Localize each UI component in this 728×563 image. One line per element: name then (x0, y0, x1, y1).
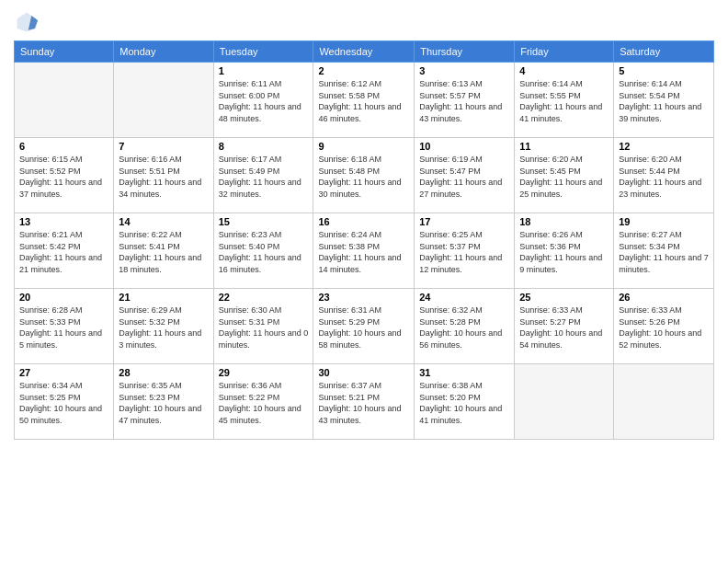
day-number: 23 (318, 292, 409, 303)
day-info: Sunrise: 6:25 AM Sunset: 5:37 PM Dayligh… (419, 229, 509, 275)
header-cell-saturday: Saturday (614, 41, 714, 63)
day-info: Sunrise: 6:13 AM Sunset: 5:57 PM Dayligh… (419, 78, 509, 124)
day-number: 29 (219, 367, 309, 378)
day-number: 21 (119, 292, 208, 303)
day-cell: 14Sunrise: 6:22 AM Sunset: 5:41 PM Dayli… (114, 213, 213, 289)
day-info: Sunrise: 6:14 AM Sunset: 5:55 PM Dayligh… (519, 78, 609, 124)
day-cell: 17Sunrise: 6:25 AM Sunset: 5:37 PM Dayli… (415, 213, 515, 289)
day-cell: 2Sunrise: 6:12 AM Sunset: 5:58 PM Daylig… (313, 63, 415, 138)
day-cell: 4Sunrise: 6:14 AM Sunset: 5:55 PM Daylig… (515, 63, 614, 138)
day-info: Sunrise: 6:33 AM Sunset: 5:26 PM Dayligh… (619, 304, 709, 350)
header-cell-tuesday: Tuesday (213, 41, 313, 63)
day-info: Sunrise: 6:20 AM Sunset: 5:44 PM Dayligh… (619, 154, 709, 200)
day-cell: 13Sunrise: 6:21 AM Sunset: 5:42 PM Dayli… (15, 213, 114, 289)
calendar-header: SundayMondayTuesdayWednesdayThursdayFrid… (15, 41, 714, 63)
day-cell: 15Sunrise: 6:23 AM Sunset: 5:40 PM Dayli… (213, 213, 313, 289)
day-cell: 21Sunrise: 6:29 AM Sunset: 5:32 PM Dayli… (114, 289, 213, 364)
calendar-table: SundayMondayTuesdayWednesdayThursdayFrid… (14, 40, 714, 440)
day-info: Sunrise: 6:32 AM Sunset: 5:28 PM Dayligh… (419, 304, 509, 350)
day-info: Sunrise: 6:20 AM Sunset: 5:45 PM Dayligh… (519, 154, 609, 200)
day-cell: 8Sunrise: 6:17 AM Sunset: 5:49 PM Daylig… (213, 138, 313, 213)
day-info: Sunrise: 6:37 AM Sunset: 5:21 PM Dayligh… (318, 380, 409, 426)
day-cell: 3Sunrise: 6:13 AM Sunset: 5:57 PM Daylig… (415, 63, 515, 138)
day-cell (515, 364, 614, 440)
day-number: 6 (19, 141, 108, 152)
day-cell: 11Sunrise: 6:20 AM Sunset: 5:45 PM Dayli… (515, 138, 614, 213)
day-number: 1 (219, 65, 309, 76)
day-number: 11 (519, 141, 609, 152)
header-row: SundayMondayTuesdayWednesdayThursdayFrid… (15, 41, 714, 63)
day-number: 15 (219, 216, 309, 227)
day-number: 18 (519, 216, 609, 227)
day-number: 5 (619, 65, 709, 76)
week-row-5: 27Sunrise: 6:34 AM Sunset: 5:25 PM Dayli… (15, 364, 714, 440)
day-cell: 31Sunrise: 6:38 AM Sunset: 5:20 PM Dayli… (415, 364, 515, 440)
day-cell: 19Sunrise: 6:27 AM Sunset: 5:34 PM Dayli… (614, 213, 714, 289)
day-number: 24 (419, 292, 509, 303)
day-cell: 1Sunrise: 6:11 AM Sunset: 6:00 PM Daylig… (213, 63, 313, 138)
page: SundayMondayTuesdayWednesdayThursdayFrid… (0, 0, 728, 563)
day-info: Sunrise: 6:31 AM Sunset: 5:29 PM Dayligh… (318, 304, 409, 350)
day-info: Sunrise: 6:22 AM Sunset: 5:41 PM Dayligh… (119, 229, 208, 275)
day-cell: 16Sunrise: 6:24 AM Sunset: 5:38 PM Dayli… (313, 213, 415, 289)
calendar-body: 1Sunrise: 6:11 AM Sunset: 6:00 PM Daylig… (15, 63, 714, 440)
day-number: 12 (619, 141, 709, 152)
day-info: Sunrise: 6:34 AM Sunset: 5:25 PM Dayligh… (19, 380, 108, 426)
day-cell: 10Sunrise: 6:19 AM Sunset: 5:47 PM Dayli… (415, 138, 515, 213)
week-row-1: 1Sunrise: 6:11 AM Sunset: 6:00 PM Daylig… (15, 63, 714, 138)
logo (14, 9, 43, 35)
day-number: 2 (318, 65, 409, 76)
day-cell: 26Sunrise: 6:33 AM Sunset: 5:26 PM Dayli… (614, 289, 714, 364)
day-info: Sunrise: 6:33 AM Sunset: 5:27 PM Dayligh… (519, 304, 609, 350)
day-info: Sunrise: 6:24 AM Sunset: 5:38 PM Dayligh… (318, 229, 409, 275)
day-cell (15, 63, 114, 138)
day-cell: 9Sunrise: 6:18 AM Sunset: 5:48 PM Daylig… (313, 138, 415, 213)
day-number: 7 (119, 141, 208, 152)
header-cell-friday: Friday (515, 41, 614, 63)
day-info: Sunrise: 6:23 AM Sunset: 5:40 PM Dayligh… (219, 229, 309, 275)
week-row-3: 13Sunrise: 6:21 AM Sunset: 5:42 PM Dayli… (15, 213, 714, 289)
day-info: Sunrise: 6:15 AM Sunset: 5:52 PM Dayligh… (19, 154, 108, 200)
header-cell-wednesday: Wednesday (313, 41, 415, 63)
day-number: 16 (318, 216, 409, 227)
day-info: Sunrise: 6:28 AM Sunset: 5:33 PM Dayligh… (19, 304, 108, 350)
day-info: Sunrise: 6:29 AM Sunset: 5:32 PM Dayligh… (119, 304, 208, 350)
day-info: Sunrise: 6:17 AM Sunset: 5:49 PM Dayligh… (219, 154, 309, 200)
day-info: Sunrise: 6:16 AM Sunset: 5:51 PM Dayligh… (119, 154, 208, 200)
logo-icon (14, 9, 40, 35)
day-cell: 20Sunrise: 6:28 AM Sunset: 5:33 PM Dayli… (15, 289, 114, 364)
day-cell: 18Sunrise: 6:26 AM Sunset: 5:36 PM Dayli… (515, 213, 614, 289)
day-info: Sunrise: 6:12 AM Sunset: 5:58 PM Dayligh… (318, 78, 409, 124)
day-cell: 22Sunrise: 6:30 AM Sunset: 5:31 PM Dayli… (213, 289, 313, 364)
day-number: 25 (519, 292, 609, 303)
day-cell: 25Sunrise: 6:33 AM Sunset: 5:27 PM Dayli… (515, 289, 614, 364)
day-cell: 12Sunrise: 6:20 AM Sunset: 5:44 PM Dayli… (614, 138, 714, 213)
day-number: 19 (619, 216, 709, 227)
day-cell: 5Sunrise: 6:14 AM Sunset: 5:54 PM Daylig… (614, 63, 714, 138)
day-cell: 28Sunrise: 6:35 AM Sunset: 5:23 PM Dayli… (114, 364, 213, 440)
day-number: 10 (419, 141, 509, 152)
day-cell: 6Sunrise: 6:15 AM Sunset: 5:52 PM Daylig… (15, 138, 114, 213)
day-number: 30 (318, 367, 409, 378)
day-number: 13 (19, 216, 108, 227)
day-info: Sunrise: 6:26 AM Sunset: 5:36 PM Dayligh… (519, 229, 609, 275)
header-cell-sunday: Sunday (15, 41, 114, 63)
day-info: Sunrise: 6:21 AM Sunset: 5:42 PM Dayligh… (19, 229, 108, 275)
day-number: 28 (119, 367, 208, 378)
day-cell: 24Sunrise: 6:32 AM Sunset: 5:28 PM Dayli… (415, 289, 515, 364)
day-info: Sunrise: 6:38 AM Sunset: 5:20 PM Dayligh… (419, 380, 509, 426)
day-number: 20 (19, 292, 108, 303)
day-number: 22 (219, 292, 309, 303)
day-info: Sunrise: 6:18 AM Sunset: 5:48 PM Dayligh… (318, 154, 409, 200)
day-cell: 29Sunrise: 6:36 AM Sunset: 5:22 PM Dayli… (213, 364, 313, 440)
header (14, 9, 714, 35)
day-cell: 27Sunrise: 6:34 AM Sunset: 5:25 PM Dayli… (15, 364, 114, 440)
day-info: Sunrise: 6:36 AM Sunset: 5:22 PM Dayligh… (219, 380, 309, 426)
day-info: Sunrise: 6:35 AM Sunset: 5:23 PM Dayligh… (119, 380, 208, 426)
day-cell (114, 63, 213, 138)
day-number: 8 (219, 141, 309, 152)
day-cell: 30Sunrise: 6:37 AM Sunset: 5:21 PM Dayli… (313, 364, 415, 440)
day-number: 3 (419, 65, 509, 76)
header-cell-monday: Monday (114, 41, 213, 63)
day-number: 27 (19, 367, 108, 378)
